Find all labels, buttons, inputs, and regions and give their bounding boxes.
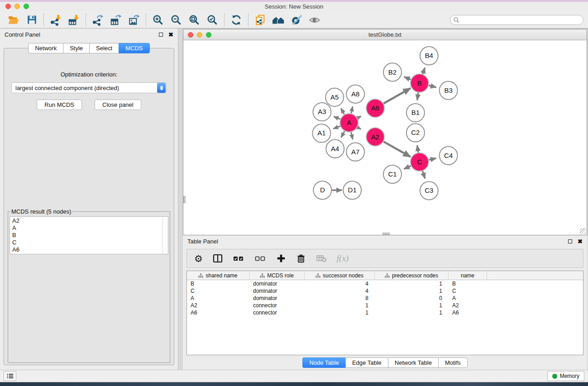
column-header-shared-name[interactable]: shared name [187,271,249,280]
graph-edge[interactable] [358,116,361,119]
import-network-icon[interactable] [47,13,65,27]
list-item[interactable]: A2 [10,217,168,224]
optimization-select[interactable]: largest connected component (directed) [11,82,167,93]
main-area: Control Panel ✖ Network Style Select MCD… [0,29,588,370]
close-window-button[interactable] [5,4,11,9]
save-session-icon[interactable] [23,13,41,27]
graph-edge[interactable] [383,88,410,104]
tab-motifs[interactable]: Motifs [438,357,468,368]
graph-node-label: A4 [331,145,339,152]
toolbar-separator [86,14,86,26]
tab-network-table[interactable]: Network Table [388,357,438,368]
minimize-window-button[interactable] [14,4,20,9]
zoom-out-icon[interactable] [167,13,185,27]
column-type-icon [198,273,203,278]
column-header-mcds-role[interactable]: MCDS role [249,271,305,280]
zoom-fit-icon[interactable] [185,13,203,27]
float-panel-icon[interactable] [159,33,163,37]
graph-edge[interactable] [417,145,418,152]
vizmapper-icon[interactable] [287,13,306,27]
graph-edge[interactable] [417,93,418,100]
zoom-window-button[interactable] [24,4,29,9]
graph-node-label: D [320,186,325,194]
graph-edge[interactable] [341,108,344,114]
column-type-icon [260,273,265,278]
network-graph[interactable]: B4B2BB3A8A5A6A3B1AA1C2A2A4A7C4CC1C3DD1 [183,40,587,235]
show-details-eye-icon[interactable] [306,13,324,27]
table-row[interactable]: B dominator 4 1 B [187,280,583,287]
split-divider-grip[interactable] [382,233,390,235]
export-table-icon[interactable] [107,13,125,27]
close-panel-icon[interactable]: ✖ [578,238,583,244]
control-panel-header: Control Panel ✖ [0,29,178,40]
import-table-icon[interactable] [65,13,83,27]
create-column-icon[interactable] [276,253,286,263]
home-icon[interactable] [269,13,287,27]
zoom-in-icon[interactable] [149,13,167,27]
split-panel-icon[interactable] [213,253,223,263]
graph-edge[interactable] [429,158,436,160]
table-options-gear-icon[interactable]: ⚙ [194,254,203,263]
graph-node-label: C1 [388,170,397,178]
memory-button[interactable]: Memory [547,371,584,381]
mcds-result-list[interactable]: A2 A B C A6 [10,216,168,254]
clone-network-icon[interactable] [251,13,269,27]
tab-edge-table[interactable]: Edge Table [345,357,388,368]
tab-select[interactable]: Select [89,43,119,53]
export-image-icon[interactable] [125,13,143,27]
minimize-window-button[interactable] [197,32,202,38]
refresh-icon[interactable] [227,13,245,27]
graph-edge[interactable] [404,77,411,80]
list-item[interactable]: A [10,224,168,232]
table-row[interactable]: C dominator 4 1 C [187,287,583,295]
graph-edge[interactable] [351,106,353,113]
show-panels-list-button[interactable] [4,371,16,381]
run-mcds-button[interactable]: Run MCDS [37,100,82,110]
close-panel-button[interactable]: Close panel [95,100,141,110]
close-window-button[interactable] [188,32,193,38]
list-item[interactable]: B [10,232,168,239]
tab-mcds[interactable]: MCDS [119,43,149,53]
zoom-window-button[interactable] [206,32,211,38]
unselect-all-columns-icon[interactable] [254,253,266,263]
graph-node-label: C4 [444,152,453,159]
graph-edge[interactable] [383,142,410,157]
list-item[interactable]: A6 [10,246,168,253]
desktop-wallpaper-bottom [0,382,588,386]
network-window-titlebar[interactable]: testGlobe.txt [183,29,587,40]
search-input[interactable] [450,15,583,25]
window-resize-grip[interactable] [580,228,586,234]
tab-node-table[interactable]: Node Table [302,357,345,368]
delete-columns-trash-icon[interactable] [296,253,306,263]
table-row[interactable]: A dominator 8 0 A [187,295,583,302]
graph-edge[interactable] [351,132,353,139]
open-session-icon[interactable] [5,13,23,27]
app-titlebar: Session: New Session [0,2,588,11]
network-canvas[interactable]: B4B2BB3A8A5A6A3B1AA1C2A2A4A7C4CC1C3DD1 [183,40,587,235]
graph-edge[interactable] [341,131,345,138]
graph-edge[interactable] [333,126,340,129]
graph-edge[interactable] [334,117,340,119]
export-network-icon[interactable] [89,13,107,27]
mcds-result-title: MCDS result (5 nodes) [10,208,72,215]
table-row[interactable]: A6 connector 1 1 A6 [187,309,583,316]
table-row[interactable]: A2 connector 1 1 A2 [187,302,583,309]
split-divider-grip[interactable] [183,196,186,203]
graph-edge[interactable] [429,86,436,87]
zoom-selected-icon[interactable] [203,13,221,27]
column-header-successor-nodes[interactable]: successor nodes [305,271,375,280]
select-all-columns-icon[interactable] [233,253,244,263]
graph-edge[interactable] [358,127,361,129]
graph-edge[interactable] [422,171,425,179]
tab-style[interactable]: Style [63,43,89,53]
column-header-name[interactable]: name [449,271,487,280]
graph-edge[interactable] [404,166,411,169]
close-panel-icon[interactable]: ✖ [168,32,173,38]
float-panel-icon[interactable] [568,239,572,243]
column-header-predecessor-nodes[interactable]: predecessor nodes [375,271,449,280]
list-item[interactable]: C [10,239,168,246]
scrollbar-track[interactable] [162,217,168,254]
graph-edge[interactable] [423,68,425,74]
graph-node-label: A5 [330,93,339,101]
tab-network[interactable]: Network [28,43,63,53]
